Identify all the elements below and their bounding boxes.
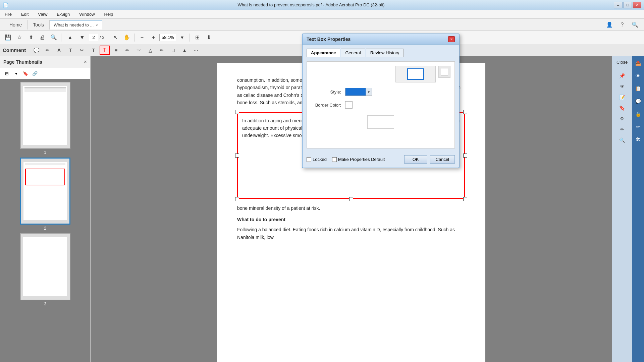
dialog-tabs: Appearance General Review History: [307, 49, 455, 57]
zoom-dropdown[interactable]: ▾: [177, 33, 187, 43]
cursor-tool[interactable]: ↖: [110, 33, 121, 43]
separator-2: [108, 34, 108, 42]
tab-review-history[interactable]: Review History: [366, 49, 404, 57]
style-dropdown-arrow[interactable]: ▾: [366, 88, 372, 96]
zoom-out-button[interactable]: −: [137, 33, 147, 43]
comment-tool-textbox[interactable]: T: [100, 46, 110, 55]
tab-close-button[interactable]: ×: [96, 23, 98, 27]
close-button[interactable]: ✕: [633, 2, 641, 8]
nav-tools[interactable]: Tools: [28, 20, 50, 29]
zoom-input[interactable]: [159, 34, 176, 41]
fr-icon-6[interactable]: ✏: [633, 121, 643, 132]
comment-tool-t[interactable]: T: [65, 46, 75, 55]
right-icon-4[interactable]: 🔖: [618, 103, 627, 113]
right-icon-6[interactable]: ✏: [618, 125, 627, 134]
handle-top-left[interactable]: [235, 110, 239, 114]
handle-bottom-center[interactable]: [349, 197, 353, 201]
search-icon[interactable]: 🔍: [630, 20, 640, 29]
print-button[interactable]: 🖨: [37, 33, 48, 43]
handle-top-right[interactable]: [463, 110, 467, 114]
fr-icon-5[interactable]: 🔒: [633, 109, 643, 119]
right-icon-3[interactable]: 📝: [618, 93, 627, 102]
locked-label: Locked: [313, 157, 327, 162]
comment-tool-wave[interactable]: 〰: [134, 46, 144, 55]
ok-button[interactable]: OK: [404, 155, 427, 164]
menu-view[interactable]: View: [36, 11, 49, 17]
border-color-swatch[interactable]: [345, 101, 353, 109]
comment-tool-box[interactable]: □: [168, 46, 178, 55]
comment-tool-more[interactable]: ⋯: [191, 46, 201, 55]
right-icon-1[interactable]: 📌: [618, 71, 627, 80]
handle-bottom-right[interactable]: [463, 197, 467, 201]
handle-bottom-left[interactable]: [235, 197, 239, 201]
make-default-label: Make Properties Default: [338, 157, 385, 162]
tab-general[interactable]: General: [341, 49, 365, 57]
dialog-title-bar: Text Box Properties ×: [303, 34, 459, 45]
comment-tool-arrow[interactable]: ▲: [179, 46, 190, 55]
panel-close-button[interactable]: ×: [84, 59, 87, 65]
comment-tool-scissors[interactable]: ✂: [77, 46, 87, 55]
comment-tool-list[interactable]: ≡: [111, 46, 121, 55]
fit-page-button[interactable]: ⊞: [192, 33, 203, 43]
fr-icon-2[interactable]: 👁: [633, 70, 643, 81]
nav-tab-document[interactable]: What is needed to ... ×: [50, 20, 102, 29]
menu-edit[interactable]: Edit: [19, 11, 31, 17]
fr-icon-1[interactable]: 📤: [633, 58, 643, 68]
comment-tool-eraser[interactable]: ✏: [157, 46, 167, 55]
thumbnail-3[interactable]: 3: [20, 233, 70, 306]
right-icon-5[interactable]: ⚙: [618, 114, 627, 123]
maximize-button[interactable]: □: [623, 2, 632, 8]
make-default-checkbox[interactable]: [332, 157, 337, 162]
upload-button[interactable]: ⬆: [25, 33, 36, 43]
menu-esign[interactable]: E-Sign: [55, 11, 72, 17]
preview-small-box: [441, 68, 448, 75]
prev-page-button[interactable]: ▲: [65, 33, 75, 43]
page-number-input[interactable]: [89, 34, 98, 41]
style-dropdown[interactable]: ▾: [345, 88, 372, 96]
minimize-button[interactable]: –: [614, 2, 623, 8]
thumbnail-2[interactable]: 2: [20, 158, 70, 231]
bookmark-nav[interactable]: 🔖: [21, 69, 30, 77]
comment-tool-draw[interactable]: ✏: [122, 46, 132, 55]
save-button[interactable]: 💾: [3, 33, 13, 43]
menu-file[interactable]: File: [3, 11, 14, 17]
handle-mid-right[interactable]: [463, 154, 467, 158]
fr-icon-4[interactable]: 💬: [633, 96, 643, 107]
thumbnail-1[interactable]: 1: [20, 82, 70, 155]
text-box-properties-dialog[interactable]: Text Box Properties × Appearance General…: [302, 34, 460, 168]
fr-icon-3[interactable]: 📋: [633, 83, 643, 94]
link-nav[interactable]: 🔗: [31, 69, 39, 77]
window-title: What is needed to prevent osteoporosis.p…: [8, 2, 614, 7]
tab-appearance[interactable]: Appearance: [307, 49, 340, 57]
next-page-button[interactable]: ▼: [77, 33, 88, 43]
locked-checkbox[interactable]: [307, 157, 311, 162]
bookmark-button[interactable]: ☆: [14, 33, 25, 43]
thumb-image-1: [20, 82, 70, 149]
right-icon-7[interactable]: 🔍: [618, 135, 627, 145]
panel-view-button[interactable]: ⊞: [3, 69, 11, 77]
comment-tool-t2[interactable]: T: [88, 46, 98, 55]
comment-tool-a[interactable]: A: [54, 46, 64, 55]
scroll-button[interactable]: ⬇: [203, 33, 214, 43]
find-button[interactable]: 🔍: [48, 33, 59, 43]
close-panel-button[interactable]: Close: [612, 58, 632, 67]
zoom-in-button[interactable]: +: [148, 33, 159, 43]
cancel-button[interactable]: Cancel: [430, 155, 455, 164]
menu-help[interactable]: Help: [102, 11, 115, 17]
fr-icon-7[interactable]: 🛠: [633, 134, 643, 145]
nav-home[interactable]: Home: [4, 20, 28, 29]
comment-tool-pencil[interactable]: ✏: [43, 46, 53, 55]
handle-mid-left[interactable]: [235, 154, 239, 158]
dialog-close-button[interactable]: ×: [448, 36, 455, 42]
comment-label: Comment: [3, 47, 26, 53]
panel-dropdown[interactable]: ▾: [12, 69, 20, 77]
help-icon[interactable]: ?: [617, 20, 627, 29]
comment-tool-highlight[interactable]: △: [145, 46, 155, 55]
right-icon-2[interactable]: 👁: [618, 82, 627, 91]
signed-in-icon[interactable]: 👤: [604, 20, 614, 29]
hand-tool[interactable]: ✋: [121, 33, 132, 43]
menu-window[interactable]: Window: [77, 11, 97, 17]
comment-tool-speech[interactable]: 💬: [31, 46, 41, 55]
left-panel: Page Thumbnails × ⊞ ▾ 🔖 🔗: [0, 56, 91, 362]
dialog-body: Appearance General Review History Style:: [303, 45, 459, 153]
